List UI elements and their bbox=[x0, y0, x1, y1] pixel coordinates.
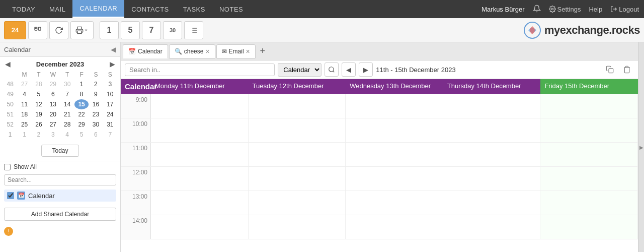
calendar-checkbox[interactable] bbox=[7, 192, 14, 199]
cal-day-28b[interactable]: 28 bbox=[60, 119, 74, 130]
cal-day-20[interactable]: 20 bbox=[46, 109, 60, 119]
cell-tue-10[interactable] bbox=[249, 118, 346, 142]
cell-fri-12[interactable] bbox=[540, 167, 638, 191]
prev-month-btn[interactable]: ◀ bbox=[3, 60, 13, 68]
cal-day-30[interactable]: 30 bbox=[60, 79, 74, 89]
refresh-btn[interactable] bbox=[49, 21, 68, 39]
calendar-search-input[interactable] bbox=[4, 174, 116, 185]
cal-day-16[interactable]: 16 bbox=[89, 99, 103, 109]
cal-day-2[interactable]: 2 bbox=[89, 79, 103, 89]
cal-day-28[interactable]: 28 bbox=[32, 79, 46, 89]
add-tab-btn[interactable]: + bbox=[257, 45, 269, 57]
cal-day-23[interactable]: 23 bbox=[89, 109, 103, 119]
logout-link[interactable]: Logout bbox=[610, 6, 639, 13]
help-link[interactable]: Help bbox=[589, 6, 602, 13]
cal-day-17[interactable]: 17 bbox=[103, 99, 117, 109]
cal-day-5[interactable]: 5 bbox=[32, 89, 46, 99]
cell-fri-11[interactable] bbox=[540, 143, 638, 166]
close-email-tab[interactable]: × bbox=[246, 48, 250, 55]
cell-mon-14[interactable] bbox=[151, 215, 249, 239]
cal-day-29[interactable]: 29 bbox=[46, 79, 60, 89]
cell-thu-10[interactable] bbox=[443, 118, 541, 142]
cal-day-11[interactable]: 11 bbox=[17, 99, 31, 109]
cell-fri-10[interactable] bbox=[540, 118, 638, 142]
cal-day-15[interactable]: 15 bbox=[74, 99, 89, 109]
today-btn[interactable]: Today bbox=[41, 145, 78, 157]
week5-view-btn[interactable]: 5 bbox=[121, 21, 140, 39]
cal-prev-btn[interactable]: ◀ bbox=[342, 62, 356, 77]
cell-tue-13[interactable] bbox=[249, 191, 346, 215]
cell-tue-12[interactable] bbox=[249, 167, 346, 191]
cal-day-4[interactable]: 4 bbox=[17, 89, 31, 99]
nav-notes[interactable]: NOTES bbox=[212, 0, 250, 18]
nav-mail[interactable]: MAIL bbox=[42, 0, 72, 18]
cell-mon-10[interactable] bbox=[151, 118, 249, 142]
cell-thu-9[interactable] bbox=[443, 94, 541, 118]
contacts-view-btn[interactable] bbox=[28, 21, 47, 39]
cal-day-jan7[interactable]: 7 bbox=[103, 130, 117, 140]
cell-thu-14[interactable] bbox=[443, 215, 541, 239]
cal-day-jan4[interactable]: 4 bbox=[60, 130, 74, 140]
cell-thu-11[interactable] bbox=[443, 143, 541, 166]
cell-thu-12[interactable] bbox=[443, 167, 541, 191]
cell-wed-12[interactable] bbox=[346, 167, 443, 191]
cal-day-jan2[interactable]: 2 bbox=[32, 130, 46, 140]
right-collapse-btn[interactable]: ▶ bbox=[638, 42, 644, 252]
cal-day-29b[interactable]: 29 bbox=[74, 119, 89, 130]
cell-fri-14[interactable] bbox=[540, 215, 638, 239]
calendar-item[interactable]: 📅 Calendar bbox=[4, 190, 116, 202]
cell-wed-10[interactable] bbox=[346, 118, 443, 142]
cal-day-6[interactable]: 6 bbox=[46, 89, 60, 99]
settings-link[interactable]: Settings bbox=[549, 6, 581, 13]
tab-calendar[interactable]: 📅 Calendar bbox=[123, 44, 168, 58]
cal-day-jan3[interactable]: 3 bbox=[46, 130, 60, 140]
next-month-btn[interactable]: ▶ bbox=[108, 60, 117, 68]
month-label[interactable]: December 2023 bbox=[36, 60, 84, 68]
print-btn[interactable] bbox=[70, 21, 94, 39]
cal-day-18[interactable]: 18 bbox=[17, 109, 31, 119]
tab-email[interactable]: ✉ Email × bbox=[216, 44, 256, 58]
cal-day-jan6[interactable]: 6 bbox=[89, 130, 103, 140]
nav-today[interactable]: TODAY bbox=[5, 0, 42, 18]
cal-day-21[interactable]: 21 bbox=[60, 109, 74, 119]
cell-tue-11[interactable] bbox=[249, 143, 346, 166]
cal-day-12[interactable]: 12 bbox=[32, 99, 46, 109]
cal-day-14[interactable]: 14 bbox=[60, 99, 74, 109]
notification-bell[interactable] bbox=[533, 5, 541, 14]
copy-btn[interactable] bbox=[603, 62, 617, 77]
today-button[interactable]: 24 bbox=[4, 21, 26, 39]
cal-next-btn[interactable]: ▶ bbox=[359, 62, 373, 77]
cal-day-26[interactable]: 26 bbox=[32, 119, 46, 130]
cell-wed-14[interactable] bbox=[346, 215, 443, 239]
cal-day-24[interactable]: 24 bbox=[103, 109, 117, 119]
close-cheese-tab[interactable]: × bbox=[205, 48, 209, 55]
cell-tue-9[interactable] bbox=[249, 94, 346, 118]
cal-day-25[interactable]: 25 bbox=[17, 119, 31, 130]
nav-contacts[interactable]: CONTACTS bbox=[124, 0, 176, 18]
tab-cheese[interactable]: 🔍 cheese × bbox=[169, 44, 215, 58]
day-view-btn[interactable]: 1 bbox=[100, 21, 119, 39]
cell-mon-11[interactable] bbox=[151, 143, 249, 166]
cal-day-jan1[interactable]: 1 bbox=[17, 130, 31, 140]
cal-day-7[interactable]: 7 bbox=[60, 89, 74, 99]
cal-day-31[interactable]: 31 bbox=[103, 119, 117, 130]
cal-day-1[interactable]: 1 bbox=[74, 79, 89, 89]
cell-mon-12[interactable] bbox=[151, 167, 249, 191]
add-shared-calendar-btn[interactable]: Add Shared Calendar bbox=[4, 208, 116, 221]
sidebar-collapse-btn[interactable]: ◀ bbox=[111, 45, 116, 53]
show-all-checkbox[interactable] bbox=[4, 164, 11, 170]
cal-search-btn[interactable] bbox=[325, 62, 339, 77]
delete-btn[interactable] bbox=[620, 62, 634, 77]
cell-thu-13[interactable] bbox=[443, 191, 541, 215]
cell-wed-9[interactable] bbox=[346, 94, 443, 118]
month-view-btn[interactable]: 30 bbox=[163, 21, 182, 39]
cal-search-input[interactable] bbox=[125, 64, 275, 76]
cell-tue-14[interactable] bbox=[249, 215, 346, 239]
nav-tasks[interactable]: TASKS bbox=[176, 0, 212, 18]
cal-day-27b[interactable]: 27 bbox=[46, 119, 60, 130]
cal-day-8[interactable]: 8 bbox=[74, 89, 89, 99]
view-select[interactable]: Calendar Day Week Month bbox=[278, 63, 321, 77]
cal-day-13[interactable]: 13 bbox=[46, 99, 60, 109]
cal-day-10[interactable]: 10 bbox=[103, 89, 117, 99]
week7-view-btn[interactable]: 7 bbox=[142, 21, 161, 39]
